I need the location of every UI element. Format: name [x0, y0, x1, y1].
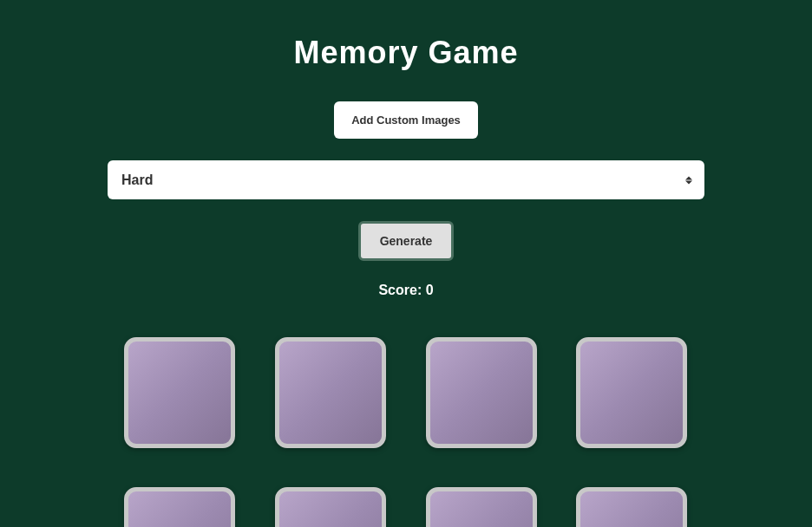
memory-card[interactable] [426, 487, 537, 527]
memory-card[interactable] [275, 487, 386, 527]
generate-button[interactable]: Generate [358, 221, 455, 261]
score-value: 0 [426, 283, 434, 297]
add-custom-images-button[interactable]: Add Custom Images [334, 101, 478, 139]
memory-card[interactable] [426, 337, 537, 448]
memory-card[interactable] [576, 487, 687, 527]
memory-card[interactable] [576, 337, 687, 448]
card-grid [124, 337, 688, 527]
difficulty-select[interactable]: Hard [108, 160, 704, 199]
score-label: Score: [378, 283, 425, 297]
memory-card[interactable] [275, 337, 386, 448]
memory-card[interactable] [124, 487, 235, 527]
memory-card[interactable] [124, 337, 235, 448]
page-title: Memory Game [293, 35, 518, 71]
difficulty-select-wrapper: Hard [108, 160, 704, 199]
score-display: Score: 0 [378, 283, 433, 298]
